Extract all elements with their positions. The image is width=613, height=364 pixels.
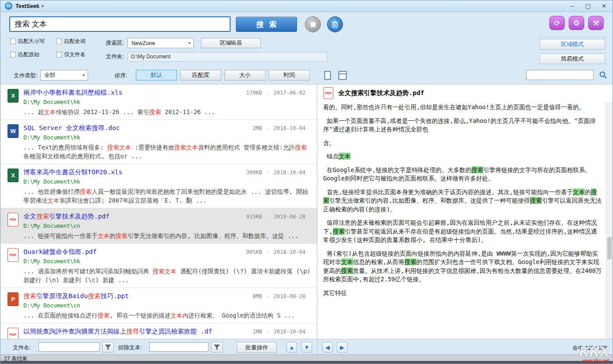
result-row[interactable]: PDF全文搜索引擎技术及趋势.pdf915KB·2018-08-28D:\My … — [0, 208, 317, 244]
text-segment: 引擎技术及趋势.pdf — [49, 213, 109, 220]
results-panel: X兩岸中小學教科書名詞歷縮檔.xls179KB·2017-06-02D:\My … — [0, 84, 317, 339]
close-button[interactable]: ✕ — [600, 3, 608, 9]
checkbox-box[interactable] — [56, 52, 62, 57]
sort-label: 排序: — [115, 72, 127, 80]
separator-dot-icon: · — [267, 214, 269, 219]
text-segment: ... 他曾經像個打撈 — [23, 188, 80, 195]
previous-result-button[interactable]: ▲ — [286, 342, 297, 353]
result-title[interactable]: 以簡統查詢評件查詢擴展方法與線上搜尋引擎之資訊檢索效能 .df — [23, 327, 235, 336]
exclude-text-input[interactable] — [149, 342, 208, 352]
minimize-button[interactable]: – — [568, 3, 576, 9]
app-menu-caret-icon[interactable]: ▾ — [42, 4, 44, 8]
split-view-icon[interactable] — [337, 70, 348, 80]
result-content: SQL Server 全文檢索搜尋.doc2MB·2018-10-04D:\My… — [23, 123, 312, 161]
result-title[interactable]: SQL Server 全文檢索搜尋.doc — [23, 123, 235, 133]
result-row[interactable]: PDF以簡統查詢評件查詢擴展方法與線上搜尋引擎之資訊檢索效能 .df1MB·20… — [0, 323, 317, 339]
sort-button-size[interactable]: 大小 — [224, 70, 266, 80]
previous-hit-button[interactable]: ◀ — [322, 342, 333, 353]
page-view-icon[interactable] — [322, 70, 333, 80]
preview-paragraph: 锚点文本 — [323, 152, 602, 161]
file-type-dropdown[interactable]: 全部 ▼ — [40, 70, 88, 80]
stop-icon — [311, 22, 316, 27]
result-title[interactable]: Quark鍵盤命令指南.pdf — [23, 247, 235, 257]
checkbox-box[interactable] — [10, 38, 16, 44]
stop-button[interactable] — [305, 16, 321, 32]
result-title[interactable]: 兩岸中小學教科書名詞歷縮檔.xls — [23, 88, 235, 97]
separator-dot-icon: · — [267, 126, 269, 131]
checkbox-box[interactable] — [56, 38, 62, 44]
filename-filter-button[interactable] — [102, 342, 114, 353]
result-date: 2018-10-04 — [274, 329, 312, 335]
result-date: 2018-08-28 — [274, 293, 312, 299]
preview-search-input[interactable] — [526, 70, 594, 80]
simple-mode-button[interactable]: 简易模式 — [540, 54, 605, 64]
result-title[interactable]: 搜索引擎原理及Baidu搜索技巧.ppt — [23, 291, 235, 301]
caret-down-icon: ▼ — [188, 41, 191, 45]
maximize-button[interactable]: ▢ — [584, 3, 592, 9]
match-highlight: 搜索文本 — [153, 268, 177, 275]
text-segment: 内进行检索。 Google的语法结构 S ... — [182, 312, 295, 319]
separator-dot-icon: · — [267, 90, 269, 96]
next-hit-button[interactable]: ▶ — [337, 342, 347, 353]
result-title[interactable]: 全文搜索引擎技术及趋势.pdf — [23, 212, 235, 221]
exclude-text-label: 排除文本: — [118, 344, 142, 352]
result-content: 全文搜索引擎技术及趋势.pdf915KB·2018-08-28D:\My Doc… — [23, 212, 312, 240]
refresh-icon: ⟳ — [554, 19, 560, 28]
refresh-button[interactable]: ⟳ — [549, 16, 565, 30]
zone-editor-button[interactable]: 区编辑器 — [201, 38, 261, 48]
result-row[interactable]: WSQL Server 全文檢索搜尋.doc2MB·2018-10-04D:\M… — [0, 120, 317, 164]
tools-button[interactable]: ⚒ — [588, 16, 604, 30]
result-top-line: Quark鍵盤命令指南.pdf905KB·2018-10-04 — [23, 247, 312, 257]
zone-mode-button[interactable]: 区域模式 — [540, 39, 605, 50]
preview-paragraph: 如果一个页面质量不高,或者是一个失效的连接,那么,Yahoo!的主页几乎不可能不… — [323, 117, 602, 134]
checkbox-filename-only[interactable]: 仅文件名 — [56, 51, 85, 58]
result-date: 2017-06-02 — [274, 90, 312, 96]
preview-paragraph: 其它特征 — [323, 289, 602, 298]
exclude-filter-button[interactable] — [211, 342, 223, 353]
sort-button-time[interactable]: 时间 — [269, 70, 310, 80]
preview-scrollbar[interactable] — [606, 102, 613, 339]
result-content: 兩岸中小學教科書名詞歷縮檔.xls179KB·2017-06-02D:\My D… — [23, 88, 312, 116]
text-segment: 引擎之資訊檢索效能 .df — [139, 328, 212, 335]
sort-button-relevance[interactable]: 匹配度 — [180, 70, 221, 80]
checkbox-grid: 匹配大小写匹配全词匹配原始仅文件名 — [10, 38, 85, 58]
scrollbar-thumb[interactable] — [607, 237, 612, 259]
text-segment: SQL Server 全文檢索搜尋.doc — [23, 124, 120, 131]
result-date: 2018-10-04 — [274, 125, 312, 131]
preview-search-button[interactable] — [597, 69, 609, 80]
result-top-line: 全文搜索引擎技术及趋势.pdf915KB·2018-08-28 — [23, 212, 312, 221]
folder-path[interactable]: D:\My Document — [127, 52, 328, 61]
checkbox-raw-match[interactable]: 匹配原始 — [10, 51, 56, 58]
match-highlight: 搜索 — [98, 312, 110, 319]
match-highlight: 搜索 — [149, 108, 161, 115]
search-button[interactable]: 搜索 — [236, 17, 297, 32]
checkbox-label: 匹配全词 — [64, 38, 85, 45]
sort-button-default[interactable]: 默认 — [136, 70, 177, 80]
zone-dropdown[interactable]: NewZone ▼ — [127, 38, 194, 48]
result-title[interactable]: 博客來高中生書店分類TOP20.xls — [23, 168, 235, 177]
checkbox-box[interactable] — [10, 52, 16, 57]
app-logo-icon[interactable]: TS — [5, 2, 12, 10]
logo-text: TS — [7, 4, 11, 8]
filename-filter-input[interactable] — [39, 342, 100, 352]
clear-results-button[interactable] — [327, 16, 343, 32]
match-highlight: 搜索 — [80, 188, 92, 195]
result-row[interactable]: X博客來高中生書店分類TOP20.xls390KB·2018-10-04D:\M… — [0, 164, 317, 208]
result-row[interactable]: PDFQuark鍵盤命令指南.pdf905KB·2018-10-04D:\My … — [0, 244, 317, 288]
settings-button[interactable]: ⚙ — [569, 16, 584, 30]
checkbox-match-case[interactable]: 匹配大小写 — [10, 38, 56, 45]
text-segment: 其它特征 — [323, 289, 347, 296]
result-row[interactable]: X兩岸中小學教科書名詞歷縮檔.xls179KB·2017-06-02D:\My … — [0, 84, 317, 120]
preview-text[interactable]: 看的。同时,那些也许只有一处引用,但却是发生在诸如Yahoo!主页上的页面也一定… — [317, 102, 605, 339]
app-window: TS TextSeek ▾ – ▢ ✕ 搜索 ⟳⚙⚒ 区域模 — [0, 0, 613, 364]
checkbox-whole-word[interactable]: 匹配全词 — [56, 38, 85, 45]
result-row[interactable]: P搜索引擎原理及Baidu搜索技巧.ppt8MB·2018-08-28D:\My… — [0, 288, 317, 323]
checkbox-label: 匹配原始 — [18, 51, 39, 58]
preview-paragraph: 首先,链接经常提供比页面本身更为准确的关于该页内容的描述。其次,链接可能指向一些… — [323, 188, 602, 214]
search-input[interactable] — [9, 16, 231, 32]
result-path: D:\My Document\hk — [23, 134, 312, 141]
result-path: D:\My Document\cn — [23, 222, 312, 230]
next-result-button[interactable]: ▼ — [301, 342, 312, 353]
results-list[interactable]: X兩岸中小學教科書名詞歷縮檔.xls179KB·2017-06-02D:\My … — [0, 84, 317, 339]
batch-operations-button[interactable]: 批量操作 — [237, 342, 277, 353]
